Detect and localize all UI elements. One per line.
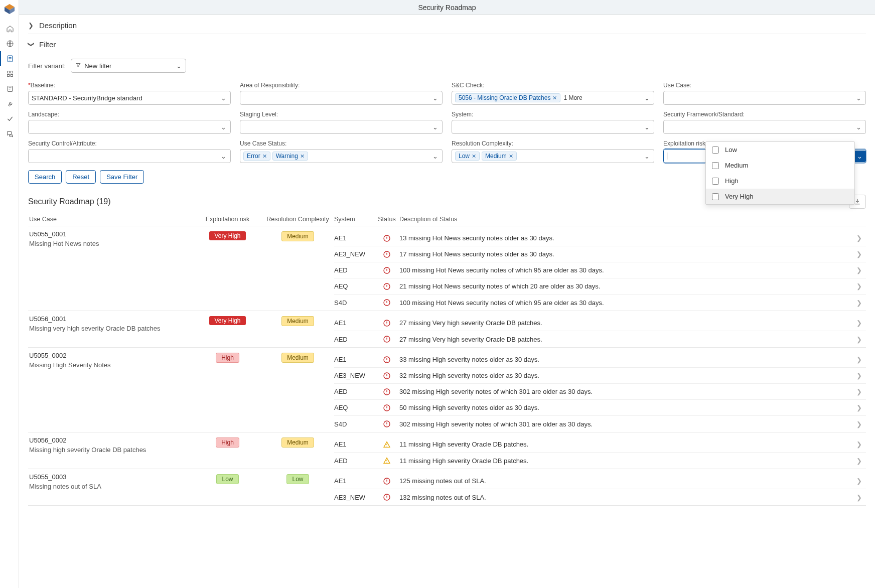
globe-icon[interactable] [0,36,19,51]
chevron-down-icon: ⌄ [176,62,182,70]
reset-button[interactable]: Reset [66,170,96,184]
chevron-right-icon[interactable]: ❯ [851,356,866,363]
token[interactable]: Warning⨯ [272,152,308,161]
status-icon [374,299,399,307]
area-select[interactable]: ⌄ [240,91,443,105]
chevron-right-icon[interactable]: ❯ [851,234,866,242]
ucstatus-select[interactable]: Error⨯ Warning⨯ ⌄ [240,149,443,163]
checkbox[interactable] [712,162,719,169]
status-icon [374,477,399,485]
detail-row[interactable]: AED 11 missing High severity Oracle DB p… [334,453,866,469]
close-icon[interactable]: ⨯ [262,153,267,160]
close-icon[interactable]: ⨯ [472,153,476,160]
search-button[interactable]: Search [28,170,62,184]
close-icon[interactable]: ⨯ [552,95,557,101]
detail-row[interactable]: AED 302 missing High severity notes of w… [334,384,866,400]
chevron-right-icon[interactable]: ❯ [851,404,866,411]
chevron-right-icon[interactable]: ❯ [851,494,866,501]
usecase-cell: U5056_0002 Missing high severity Oracle … [28,436,194,458]
filter-section-toggle[interactable]: ❯ Filter [28,34,866,53]
chevron-right-icon[interactable]: ❯ [851,457,866,465]
chevron-right-icon[interactable]: ❯ [851,266,866,274]
close-icon[interactable]: ⨯ [300,153,305,160]
chevron-right-icon[interactable]: ❯ [851,282,866,290]
baseline-select[interactable]: STANDARD - SecurityBridge standard⌄ [28,91,231,105]
page-title: Security Roadmap [19,0,875,15]
dropdown-option-veryhigh[interactable]: Very High [706,189,854,204]
token[interactable]: Medium⨯ [482,152,517,161]
dropdown-option-high[interactable]: High [706,173,854,189]
framework-select[interactable]: ⌄ [663,120,866,134]
wrench-icon[interactable] [0,96,19,111]
description-section-toggle[interactable]: ❯ Description [28,15,866,34]
token[interactable]: 5056 - Missing Oracle DB Patches⨯ [455,93,560,102]
exploitation-risk-dropdown[interactable]: Low Medium High Very High [705,141,855,205]
usecase-cell: U5055_0001 Missing Hot News notes [28,230,194,251]
rescomplex-select[interactable]: Low⨯ Medium⨯ ⌄ [452,149,654,163]
chevron-right-icon[interactable]: ❯ [851,336,866,343]
system-cell: AE1 [334,234,374,242]
detail-row[interactable]: S4D 100 missing Hot News security notes … [334,295,866,311]
status-description: 11 missing High severity Oracle DB patch… [399,457,851,465]
detail-row[interactable]: AED 100 missing Hot News security notes … [334,262,866,278]
grid-icon[interactable] [0,66,19,81]
status-icon [374,234,399,242]
status-icon [374,420,399,428]
detail-row[interactable]: AE1 11 missing High severity Oracle DB p… [334,436,866,453]
status-description: 21 missing Hot News security notes of wh… [399,282,851,290]
status-description: 100 missing Hot News security notes of w… [399,266,851,274]
detail-row[interactable]: AE3_NEW 32 missing High severity notes o… [334,368,866,384]
checkbox[interactable] [712,178,719,185]
system-select[interactable]: ⌄ [452,120,654,134]
system-cell: AEQ [334,404,374,411]
detail-row[interactable]: AED 27 missing Very high severity Oracle… [334,331,866,347]
seccontrol-select[interactable]: ⌄ [28,149,231,163]
detail-row[interactable]: S4D 302 missing High severity notes of w… [334,416,866,432]
risk-badge: High [216,437,239,448]
detail-row[interactable]: AE3_NEW 17 missing Hot News security not… [334,246,866,262]
resolution-badge: Medium [281,437,314,448]
detail-row[interactable]: AE1 33 missing High severity notes older… [334,352,866,368]
risk-badge: Very High [209,231,245,240]
svg-rect-7 [7,74,9,76]
chat-icon[interactable] [0,126,19,141]
usecase-select[interactable]: ⌄ [663,91,866,105]
risk-badge: High [216,353,239,363]
detail-row[interactable]: AE1 27 missing Very high severity Oracle… [334,315,866,331]
system-cell: S4D [334,420,374,428]
sccheck-select[interactable]: 5056 - Missing Oracle DB Patches⨯ 1 More… [452,91,654,105]
dropdown-option-medium[interactable]: Medium [706,158,854,173]
close-icon[interactable]: ⨯ [509,153,513,160]
detail-row[interactable]: AE1 125 missing notes out of SLA. ❯ [334,473,866,489]
checkbox[interactable] [712,193,719,200]
check-icon[interactable] [0,111,19,126]
chevron-right-icon[interactable]: ❯ [851,299,866,307]
status-icon [374,282,399,290]
token[interactable]: Error⨯ [243,152,270,161]
staging-select[interactable]: ⌄ [240,120,443,134]
dropdown-option-low[interactable]: Low [706,142,854,158]
filter-variant-select[interactable]: New filter ⌄ [71,59,186,73]
system-cell: AEQ [334,282,374,290]
chevron-right-icon[interactable]: ❯ [851,250,866,258]
page-icon[interactable] [0,81,19,96]
landscape-select[interactable]: ⌄ [28,120,231,134]
chevron-right-icon[interactable]: ❯ [851,420,866,428]
chevron-right-icon[interactable]: ❯ [851,388,866,395]
detail-row[interactable]: AE1 13 missing Hot News security notes o… [334,230,866,246]
status-icon [374,388,399,396]
detail-row[interactable]: AE3_NEW 132 missing notes out of SLA. ❯ [334,489,866,505]
detail-row[interactable]: AEQ 21 missing Hot News security notes o… [334,278,866,295]
chevron-right-icon[interactable]: ❯ [851,477,866,485]
document-icon[interactable] [0,51,19,66]
chevron-right-icon[interactable]: ❯ [851,319,866,327]
checkbox[interactable] [712,146,719,154]
chevron-right-icon[interactable]: ❯ [851,440,866,448]
status-icon [374,493,399,501]
home-icon[interactable] [0,21,19,36]
save-filter-button[interactable]: Save Filter [100,170,144,184]
token[interactable]: Low⨯ [455,152,480,161]
detail-row[interactable]: AEQ 50 missing High severity notes older… [334,400,866,416]
chevron-right-icon[interactable]: ❯ [851,372,866,379]
status-icon [374,404,399,412]
